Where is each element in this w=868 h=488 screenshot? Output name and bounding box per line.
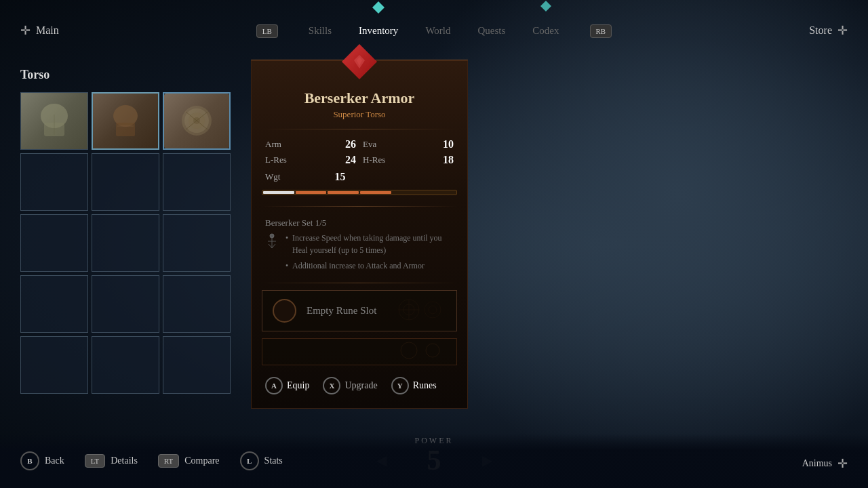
inventory-item-8[interactable]: [92, 214, 159, 272]
inventory-item-6[interactable]: [163, 153, 231, 211]
stat-eva: Eva 10: [363, 138, 454, 150]
nav-tabs: LB Skills Inventory World Quests: [239, 19, 629, 42]
compare-label: Compare: [184, 455, 219, 466]
bottom-bar: B Back LT Details RT Compare L Stats: [0, 434, 868, 488]
details-button[interactable]: LT Details: [85, 454, 138, 468]
codex-tab-label: Codex: [532, 25, 559, 36]
rb-bumper[interactable]: RB: [573, 19, 629, 42]
animus-button[interactable]: Animus ✛: [802, 456, 848, 471]
back-button[interactable]: B Back: [20, 451, 64, 470]
store-plus-icon: ✛: [837, 23, 848, 38]
item-thumb-2: [93, 94, 158, 148]
equip-btn-icon: A: [265, 377, 283, 394]
store-nav-button[interactable]: Store ✛: [809, 23, 848, 38]
inventory-item-5[interactable]: [92, 153, 159, 211]
progress-seg-1: [263, 191, 294, 194]
bottom-actions: B Back LT Details RT Compare L Stats: [20, 451, 283, 470]
upgrade-progress-bar: [262, 190, 457, 195]
inventory-item-12[interactable]: [163, 275, 231, 333]
inventory-item-10[interactable]: [20, 275, 88, 333]
quests-tab-label: Quests: [478, 25, 506, 36]
inventory-grid: [20, 92, 251, 394]
lb-label: LB: [256, 24, 278, 38]
rune-slot-1-label: Empty Rune Slot: [307, 305, 376, 317]
set-bonus-content: Increase Speed when taking damage until …: [265, 232, 454, 272]
panel-diamond-icon: [342, 44, 377, 79]
svg-point-15: [270, 234, 274, 238]
inventory-item-3[interactable]: [163, 92, 231, 150]
svg-point-27: [426, 344, 439, 357]
arm-label: Arm: [265, 139, 281, 150]
animus-label: Animus: [802, 458, 832, 469]
svg-point-25: [429, 306, 437, 314]
eva-value: 10: [443, 138, 454, 150]
progress-seg-6: [425, 191, 456, 194]
inventory-item-2[interactable]: [92, 92, 159, 150]
svg-marker-0: [372, 1, 384, 14]
hres-label: H-Res: [363, 155, 385, 165]
stat-hres: H-Res 18: [363, 154, 454, 166]
tab-skills[interactable]: Skills: [295, 19, 345, 42]
lb-bumper[interactable]: LB: [239, 19, 295, 42]
inventory-item-4[interactable]: [20, 153, 88, 211]
stats-button[interactable]: L Stats: [240, 451, 283, 470]
inventory-active-indicator: [371, 0, 386, 18]
item-thumb-3: [164, 94, 229, 148]
inventory-item-7[interactable]: [20, 214, 88, 272]
set-bonus-bullet-2: Additional increase to Attack and Armor: [285, 260, 454, 272]
arm-value: 26: [345, 138, 356, 150]
item-subtitle: Superior Torso: [262, 109, 457, 120]
upgrade-label: Upgrade: [344, 380, 377, 391]
tab-inventory[interactable]: Inventory: [345, 19, 412, 42]
inventory-item-13[interactable]: [20, 336, 88, 394]
panel-icon-container: [252, 44, 467, 79]
codex-indicator: [540, 0, 552, 15]
rune-slot-2[interactable]: [262, 338, 457, 365]
details-label: Details: [111, 455, 138, 466]
details-bumper: LT: [85, 454, 105, 468]
wgt-value: 15: [334, 171, 345, 183]
rb-label: RB: [590, 24, 612, 38]
stats-btn-icon: L: [240, 451, 259, 470]
inventory-item-14[interactable]: [92, 336, 159, 394]
set-bonus-title: Berserker Set 1/5: [265, 218, 454, 228]
inventory-item-11[interactable]: [92, 275, 159, 333]
item-name: Berserker Armor: [262, 89, 457, 107]
inventory-item-9[interactable]: [163, 214, 231, 272]
skills-tab-label: Skills: [309, 25, 332, 36]
svg-marker-1: [540, 1, 551, 12]
animus-plus-icon: ✛: [837, 456, 848, 471]
left-inventory-panel: Torso: [20, 68, 251, 394]
upgrade-button[interactable]: X Upgrade: [323, 377, 377, 394]
inventory-item-15[interactable]: [163, 336, 231, 394]
main-label: Main: [36, 24, 59, 37]
set-bonus-icon: [265, 233, 279, 251]
stats-label: Stats: [264, 455, 283, 466]
back-btn-icon: B: [20, 451, 39, 470]
inventory-item-1[interactable]: [20, 92, 88, 150]
rune-slot-1[interactable]: Empty Rune Slot: [262, 290, 457, 331]
wgt-label: Wgt: [265, 171, 280, 182]
rune-circle-icon: [273, 299, 296, 323]
compare-button[interactable]: RT Compare: [158, 454, 220, 468]
stats-grid: Arm 26 Eva 10 L-Res 24 H-Res 18: [252, 135, 467, 169]
stat-lres: L-Res 24: [265, 154, 356, 166]
detail-panel: Berserker Armor Superior Torso Arm 26 Ev…: [251, 60, 468, 409]
rune-2-decorative: [395, 340, 450, 363]
divider-3: [262, 283, 457, 283]
divider-1: [262, 129, 457, 129]
eva-label: Eva: [363, 139, 376, 150]
world-tab-label: World: [425, 25, 450, 36]
tab-codex[interactable]: Codex: [519, 19, 572, 42]
equip-button[interactable]: A Equip: [265, 377, 309, 394]
store-label: Store: [809, 24, 832, 37]
runes-button[interactable]: Y Runes: [391, 377, 437, 394]
runes-label: Runes: [413, 380, 437, 391]
main-plus-icon: ✛: [20, 23, 31, 38]
inventory-tab-label: Inventory: [359, 25, 398, 36]
tab-quests[interactable]: Quests: [465, 19, 519, 42]
hres-value: 18: [443, 154, 454, 166]
main-nav-button[interactable]: ✛ Main: [20, 23, 59, 38]
tab-world[interactable]: World: [412, 19, 464, 42]
progress-seg-5: [393, 191, 424, 194]
